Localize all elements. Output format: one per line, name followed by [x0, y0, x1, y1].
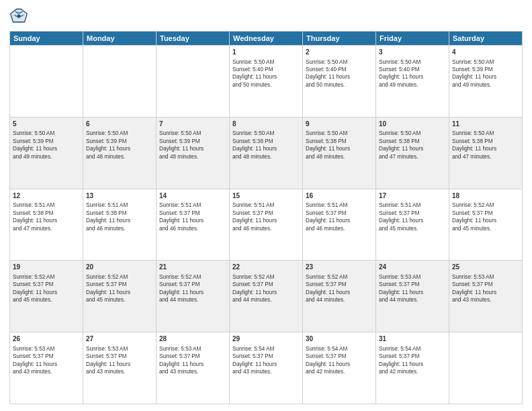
day-number: 4: [452, 48, 519, 57]
day-info: Sunrise: 5:54 AM Sunset: 5:37 PM Dayligh…: [379, 346, 423, 375]
day-info: Sunrise: 5:53 AM Sunset: 5:37 PM Dayligh…: [86, 346, 130, 375]
day-info: Sunrise: 5:50 AM Sunset: 5:39 PM Dayligh…: [159, 130, 204, 159]
calendar-cell: 11Sunrise: 5:50 AM Sunset: 5:38 PM Dayli…: [449, 117, 523, 189]
calendar-cell: 25Sunrise: 5:53 AM Sunset: 5:37 PM Dayli…: [449, 261, 523, 332]
day-number: 8: [232, 120, 300, 129]
day-info: Sunrise: 5:52 AM Sunset: 5:37 PM Dayligh…: [159, 274, 204, 303]
day-info: Sunrise: 5:50 AM Sunset: 5:40 PM Dayligh…: [306, 59, 350, 88]
calendar-cell: 26Sunrise: 5:53 AM Sunset: 5:37 PM Dayli…: [10, 332, 83, 404]
calendar-week-1: 1Sunrise: 5:50 AM Sunset: 5:40 PM Daylig…: [10, 46, 523, 118]
calendar-cell: 14Sunrise: 5:51 AM Sunset: 5:37 PM Dayli…: [157, 189, 230, 261]
page: SundayMondayTuesdayWednesdayThursdayFrid…: [0, 0, 532, 411]
day-number: 17: [379, 191, 446, 201]
day-number: 18: [452, 191, 519, 201]
day-number: 24: [379, 263, 446, 272]
day-number: 15: [232, 191, 300, 201]
day-info: Sunrise: 5:51 AM Sunset: 5:37 PM Dayligh…: [306, 202, 350, 231]
day-number: 9: [306, 120, 373, 129]
calendar-cell: 6Sunrise: 5:50 AM Sunset: 5:39 PM Daylig…: [83, 117, 157, 189]
day-info: Sunrise: 5:51 AM Sunset: 5:37 PM Dayligh…: [159, 202, 204, 231]
day-number: 26: [13, 334, 80, 344]
day-number: 2: [306, 48, 373, 57]
calendar-cell: [10, 46, 83, 118]
day-number: 23: [306, 263, 373, 272]
day-number: 22: [232, 263, 300, 272]
day-info: Sunrise: 5:50 AM Sunset: 5:40 PM Dayligh…: [379, 59, 423, 88]
day-number: 28: [159, 334, 226, 344]
calendar-header-friday: Friday: [376, 32, 449, 46]
calendar-cell: 22Sunrise: 5:52 AM Sunset: 5:37 PM Dayli…: [230, 261, 303, 332]
calendar-cell: 15Sunrise: 5:51 AM Sunset: 5:37 PM Dayli…: [230, 189, 303, 261]
day-number: 19: [13, 263, 80, 272]
day-number: 21: [159, 263, 226, 272]
day-number: 3: [379, 48, 446, 57]
day-number: 16: [306, 191, 373, 201]
day-number: 14: [159, 191, 226, 201]
day-info: Sunrise: 5:54 AM Sunset: 5:37 PM Dayligh…: [232, 346, 277, 375]
calendar-cell: 10Sunrise: 5:50 AM Sunset: 5:38 PM Dayli…: [376, 117, 449, 189]
day-number: 25: [452, 263, 519, 272]
calendar-header-sunday: Sunday: [10, 32, 83, 46]
day-info: Sunrise: 5:50 AM Sunset: 5:38 PM Dayligh…: [232, 130, 277, 159]
day-info: Sunrise: 5:50 AM Sunset: 5:39 PM Dayligh…: [13, 130, 57, 159]
day-number: 6: [86, 120, 153, 129]
calendar-header-row: SundayMondayTuesdayWednesdayThursdayFrid…: [10, 32, 523, 46]
day-number: 31: [379, 334, 446, 344]
calendar-cell: [157, 46, 230, 118]
day-info: Sunrise: 5:50 AM Sunset: 5:39 PM Dayligh…: [452, 59, 496, 88]
calendar-cell: 8Sunrise: 5:50 AM Sunset: 5:38 PM Daylig…: [230, 117, 303, 189]
calendar-cell: 29Sunrise: 5:54 AM Sunset: 5:37 PM Dayli…: [230, 332, 303, 404]
day-number: 13: [86, 191, 153, 201]
calendar-cell: 28Sunrise: 5:53 AM Sunset: 5:37 PM Dayli…: [157, 332, 230, 404]
day-info: Sunrise: 5:50 AM Sunset: 5:38 PM Dayligh…: [452, 130, 496, 159]
day-info: Sunrise: 5:51 AM Sunset: 5:38 PM Dayligh…: [13, 202, 57, 231]
calendar-cell: 1Sunrise: 5:50 AM Sunset: 5:40 PM Daylig…: [230, 46, 303, 118]
calendar-week-4: 19Sunrise: 5:52 AM Sunset: 5:37 PM Dayli…: [10, 261, 523, 332]
day-info: Sunrise: 5:52 AM Sunset: 5:37 PM Dayligh…: [13, 274, 57, 303]
day-info: Sunrise: 5:53 AM Sunset: 5:37 PM Dayligh…: [452, 274, 496, 303]
day-number: 20: [86, 263, 153, 272]
header: [9, 7, 523, 26]
day-number: 10: [379, 120, 446, 129]
calendar-cell: 27Sunrise: 5:53 AM Sunset: 5:37 PM Dayli…: [83, 332, 157, 404]
day-number: 1: [232, 48, 300, 57]
calendar-cell: 19Sunrise: 5:52 AM Sunset: 5:37 PM Dayli…: [10, 261, 83, 332]
calendar-cell: 4Sunrise: 5:50 AM Sunset: 5:39 PM Daylig…: [449, 46, 523, 118]
calendar-header-monday: Monday: [83, 32, 157, 46]
logo: [9, 7, 31, 26]
calendar-cell: 2Sunrise: 5:50 AM Sunset: 5:40 PM Daylig…: [303, 46, 376, 118]
calendar-header-wednesday: Wednesday: [230, 32, 303, 46]
calendar-cell: 3Sunrise: 5:50 AM Sunset: 5:40 PM Daylig…: [376, 46, 449, 118]
day-info: Sunrise: 5:52 AM Sunset: 5:37 PM Dayligh…: [86, 274, 130, 303]
calendar-cell: 24Sunrise: 5:53 AM Sunset: 5:37 PM Dayli…: [376, 261, 449, 332]
calendar-cell: 16Sunrise: 5:51 AM Sunset: 5:37 PM Dayli…: [303, 189, 376, 261]
day-info: Sunrise: 5:50 AM Sunset: 5:38 PM Dayligh…: [379, 130, 423, 159]
svg-point-3: [17, 14, 20, 17]
day-number: 12: [13, 191, 80, 201]
day-info: Sunrise: 5:50 AM Sunset: 5:39 PM Dayligh…: [86, 130, 130, 159]
day-number: 29: [232, 334, 300, 344]
calendar-cell: 7Sunrise: 5:50 AM Sunset: 5:39 PM Daylig…: [157, 117, 230, 189]
day-number: 11: [452, 120, 519, 129]
logo-icon: [9, 7, 28, 26]
calendar-cell: [83, 46, 157, 118]
day-info: Sunrise: 5:52 AM Sunset: 5:37 PM Dayligh…: [306, 274, 350, 303]
calendar-cell: [449, 332, 523, 404]
day-info: Sunrise: 5:53 AM Sunset: 5:37 PM Dayligh…: [159, 346, 204, 375]
calendar-cell: 9Sunrise: 5:50 AM Sunset: 5:38 PM Daylig…: [303, 117, 376, 189]
calendar-week-5: 26Sunrise: 5:53 AM Sunset: 5:37 PM Dayli…: [10, 332, 523, 404]
day-number: 27: [86, 334, 153, 344]
day-info: Sunrise: 5:50 AM Sunset: 5:40 PM Dayligh…: [232, 59, 277, 88]
calendar-cell: 13Sunrise: 5:51 AM Sunset: 5:38 PM Dayli…: [83, 189, 157, 261]
calendar-table: SundayMondayTuesdayWednesdayThursdayFrid…: [9, 31, 523, 404]
calendar-cell: 20Sunrise: 5:52 AM Sunset: 5:37 PM Dayli…: [83, 261, 157, 332]
calendar-week-2: 5Sunrise: 5:50 AM Sunset: 5:39 PM Daylig…: [10, 117, 523, 189]
calendar-header-tuesday: Tuesday: [157, 32, 230, 46]
calendar-cell: 23Sunrise: 5:52 AM Sunset: 5:37 PM Dayli…: [303, 261, 376, 332]
day-info: Sunrise: 5:50 AM Sunset: 5:38 PM Dayligh…: [306, 130, 350, 159]
day-info: Sunrise: 5:51 AM Sunset: 5:37 PM Dayligh…: [379, 202, 423, 231]
calendar-cell: 30Sunrise: 5:54 AM Sunset: 5:37 PM Dayli…: [303, 332, 376, 404]
day-info: Sunrise: 5:51 AM Sunset: 5:37 PM Dayligh…: [232, 202, 277, 231]
calendar-header-saturday: Saturday: [449, 32, 523, 46]
day-number: 30: [306, 334, 373, 344]
